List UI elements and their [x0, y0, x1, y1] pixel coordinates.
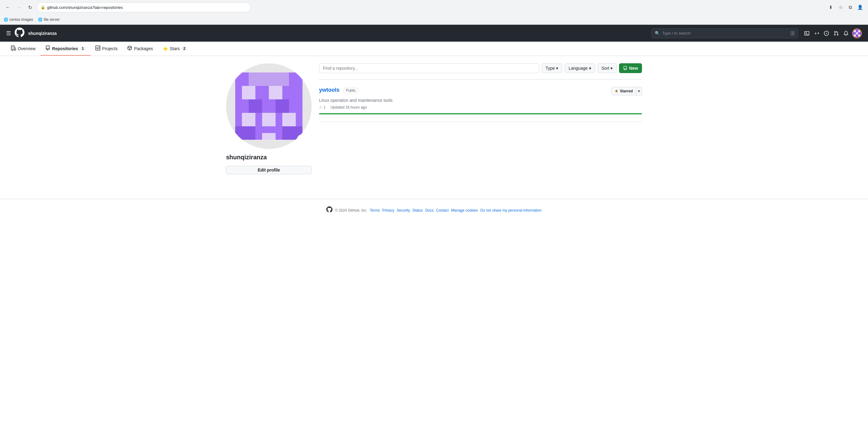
terminal-button[interactable]	[803, 30, 810, 37]
browser-actions: ⬇ ☆ ⧉ 👤	[827, 3, 864, 11]
footer-do-not-share-link[interactable]: Do not share my personal information	[480, 208, 541, 213]
reload-button[interactable]: ↻	[26, 3, 34, 11]
bookmark-centos[interactable]: 🌐 centos images	[4, 18, 33, 22]
nav-overview[interactable]: Overview	[6, 42, 40, 56]
footer-docs-link[interactable]: Docs	[425, 208, 433, 213]
footer-terms-link[interactable]: Terms	[370, 208, 380, 213]
hamburger-menu[interactable]: ☰	[6, 30, 11, 37]
repo-stars-count: 1	[323, 105, 326, 110]
nav-overview-label: Overview	[18, 46, 35, 51]
type-filter-label: Type	[546, 66, 555, 71]
repositories-count: 1	[80, 47, 86, 51]
back-button[interactable]: ←	[4, 3, 12, 11]
url-bar[interactable]: 🔒 github.com/shunqiziranza?tab=repositor…	[37, 2, 251, 12]
svg-rect-21	[255, 126, 262, 140]
profile-sidebar: 🙂 shunqiziranza Edit profile	[226, 63, 312, 179]
svg-rect-18	[262, 113, 276, 126]
chevron-down-icon-sort: ▾	[611, 66, 613, 71]
new-repository-button[interactable]: New	[619, 63, 642, 73]
svg-rect-15	[249, 99, 262, 113]
split-view-icon[interactable]: ⧉	[846, 3, 855, 11]
svg-rect-11	[255, 86, 262, 99]
type-filter-button[interactable]: Type ▾	[542, 63, 562, 73]
starred-dropdown-button[interactable]: ▾	[636, 87, 642, 95]
search-bar[interactable]: 🔍 Type / to search /	[651, 28, 798, 38]
header-username[interactable]: shunqiziranza	[28, 31, 57, 36]
user-avatar-button[interactable]	[852, 28, 862, 38]
bookmark-star-icon[interactable]: ☆	[836, 3, 845, 11]
svg-rect-9	[269, 72, 289, 86]
sort-label: Sort	[601, 66, 610, 71]
footer-contact-link[interactable]: Contact	[436, 208, 449, 213]
sort-button[interactable]: Sort ▾	[598, 63, 617, 73]
svg-rect-2	[858, 30, 860, 32]
nav-projects[interactable]: Projects	[91, 42, 123, 56]
edit-profile-button[interactable]: Edit profile	[226, 166, 312, 174]
globe-icon: 🌐	[4, 18, 8, 22]
bookmark-fileserver[interactable]: 🌐 file server	[38, 18, 60, 22]
starred-button[interactable]: ★ Starred	[611, 87, 636, 95]
repo-name-link[interactable]: ywtools	[319, 87, 340, 93]
profile-icon[interactable]: 👤	[856, 3, 864, 11]
footer-logo	[326, 207, 333, 214]
forward-button[interactable]: →	[15, 3, 23, 11]
chevron-down-icon-lang: ▾	[589, 66, 591, 71]
github-header: ☰ shunqiziranza 🔍 Type / to search / + ▾	[0, 25, 868, 42]
projects-icon	[95, 45, 100, 51]
stars-icon: ⭐	[163, 46, 168, 51]
nav-packages-label: Packages	[134, 46, 153, 51]
nav-stars-label: Stars	[170, 46, 180, 51]
repo-visibility-badge: Public	[343, 88, 359, 93]
github-logo[interactable]	[15, 28, 25, 39]
repo-item-header: ywtools Public ★ Starred ▾	[319, 87, 642, 95]
svg-rect-14	[235, 99, 303, 113]
svg-rect-3	[856, 32, 858, 34]
svg-rect-5	[858, 34, 860, 36]
nav-repositories[interactable]: Repositories 1	[40, 42, 91, 56]
svg-rect-8	[249, 72, 269, 86]
repo-new-icon	[623, 66, 627, 70]
bookmark-centos-label: centos images	[9, 18, 33, 22]
footer-copyright: © 2024 GitHub, Inc.	[335, 208, 367, 213]
profile-nav: Overview Repositories 1 Projects Package…	[0, 42, 868, 56]
avatar-pixelart	[235, 72, 303, 140]
pull-requests-button[interactable]	[833, 30, 840, 37]
nav-stars[interactable]: ⭐ Stars 2	[158, 42, 192, 56]
svg-rect-19	[282, 113, 296, 126]
svg-rect-1	[854, 30, 856, 32]
repository-list: ywtools Public ★ Starred ▾ Linux operati…	[319, 79, 642, 122]
overview-icon	[11, 45, 16, 51]
edit-avatar-button[interactable]: 🙂	[297, 134, 307, 144]
repo-name-area: ywtools Public	[319, 87, 359, 93]
footer-privacy-link[interactable]: Privacy	[382, 208, 394, 213]
header-left: ☰ shunqiziranza	[6, 28, 57, 39]
repo-updated-time: Updated 16 hours ago	[331, 105, 367, 110]
chevron-down-icon-type: ▾	[556, 66, 558, 71]
plus-icon: +	[814, 31, 817, 36]
packages-icon	[127, 45, 132, 51]
browser-bookmarks: 🌐 centos images 🌐 file server	[0, 15, 868, 25]
repositories-section: Type ▾ Language ▾ Sort ▾ New ywtools	[319, 63, 642, 179]
globe-icon-2: 🌐	[38, 18, 42, 22]
search-icon: 🔍	[655, 31, 660, 35]
notifications-button[interactable]	[842, 30, 850, 37]
footer-security-link[interactable]: Security	[397, 208, 410, 213]
starred-label: Starred	[620, 89, 633, 93]
repo-stars[interactable]: ☆ 1	[319, 105, 326, 110]
footer-manage-cookies-link[interactable]: Manage cookies	[451, 208, 478, 213]
repo-controls: Type ▾ Language ▾ Sort ▾ New	[319, 63, 642, 73]
main-content: 🙂 shunqiziranza Edit profile Type ▾ Lang…	[220, 56, 648, 187]
footer-status-link[interactable]: Status	[412, 208, 423, 213]
download-icon[interactable]: ⬇	[827, 3, 835, 11]
search-placeholder-text: Type / to search	[662, 31, 788, 35]
nav-packages[interactable]: Packages	[122, 42, 157, 56]
svg-rect-10	[242, 86, 255, 99]
nav-repositories-label: Repositories	[52, 46, 78, 51]
new-dropdown-button[interactable]: + ▾	[813, 29, 820, 37]
repo-meta: ☆ 1 Updated 16 hours ago	[319, 105, 642, 110]
svg-rect-17	[242, 113, 255, 126]
issues-button[interactable]	[823, 30, 830, 37]
language-filter-button[interactable]: Language ▾	[565, 63, 595, 73]
svg-rect-4	[854, 34, 856, 36]
find-repository-input[interactable]	[319, 63, 539, 73]
